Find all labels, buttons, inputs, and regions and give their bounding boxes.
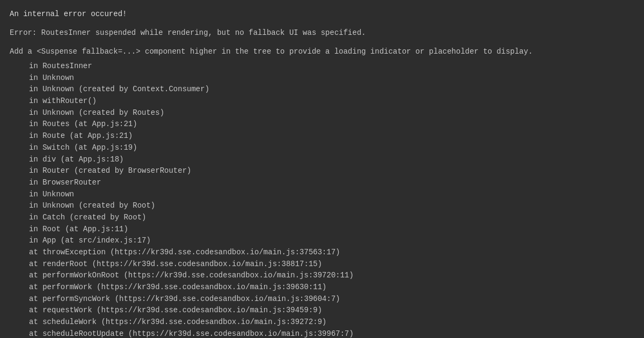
stack-in-line: in withRouter() [10, 95, 634, 107]
stack-in-line: in Catch (created by Root) [10, 212, 634, 224]
stack-in-section: in RoutesInnerin Unknownin Unknown (crea… [10, 61, 634, 247]
stack-at-line: at performSyncWork (https://kr39d.sse.co… [10, 293, 634, 305]
stack-in-line: in App (at src/index.js:17) [10, 235, 634, 247]
error-title: An internal error occured! [10, 9, 634, 20]
stack-in-line: in Unknown (created by Root) [10, 200, 634, 212]
error-message: Error: RoutesInner suspended while rende… [10, 27, 634, 39]
stack-trace: in RoutesInnerin Unknownin Unknown (crea… [10, 61, 634, 338]
stack-at-line: at scheduleWork (https://kr39d.sse.codes… [10, 317, 634, 328]
stack-in-line: in Unknown (created by Routes) [10, 107, 634, 119]
stack-in-line: in Route (at App.js:21) [10, 130, 634, 142]
stack-in-line: in div (at App.js:18) [10, 154, 634, 166]
stack-in-line: in Routes (at App.js:21) [10, 119, 634, 130]
stack-in-line: in Unknown [10, 72, 634, 84]
stack-in-line: in Router (created by BrowserRouter) [10, 165, 634, 177]
error-suggestion: Add a <Suspense fallback=...> component … [10, 46, 634, 57]
stack-in-line: in Root (at App.js:11) [10, 224, 634, 236]
stack-at-section: at throwException (https://kr39d.sse.cod… [10, 247, 634, 338]
stack-in-line: in Unknown (created by Context.Consumer) [10, 84, 634, 95]
stack-at-line: at requestWork (https://kr39d.sse.codesa… [10, 305, 634, 317]
stack-at-line: at performWorkOnRoot (https://kr39d.sse.… [10, 270, 634, 282]
stack-at-line: at scheduleRootUpdate (https://kr39d.sse… [10, 328, 634, 338]
stack-at-line: at performWork (https://kr39d.sse.codesa… [10, 282, 634, 293]
error-container: An internal error occured! Error: Routes… [10, 9, 634, 338]
stack-in-line: in RoutesInner [10, 61, 634, 72]
stack-in-line: in Switch (at App.js:19) [10, 142, 634, 154]
stack-in-line: in BrowserRouter [10, 177, 634, 189]
stack-at-line: at renderRoot (https://kr39d.sse.codesan… [10, 259, 634, 270]
stack-at-line: at throwException (https://kr39d.sse.cod… [10, 247, 634, 259]
stack-in-line: in Unknown [10, 189, 634, 201]
